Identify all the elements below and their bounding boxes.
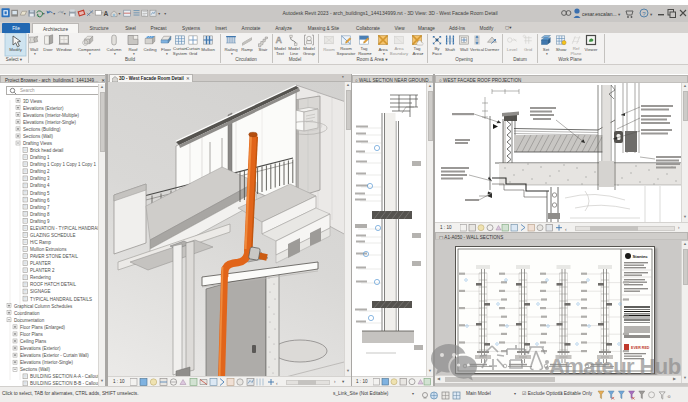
svg-text:Elevations (Exterior): Elevations (Exterior)	[20, 346, 61, 351]
svg-text:Amateur Hub: Amateur Hub	[549, 354, 681, 379]
svg-text:BUILDING SECTION A-A - Callout: BUILDING SECTION A-A - Callout	[30, 374, 98, 379]
svg-text:Brick head detail: Brick head detail	[30, 148, 63, 153]
svg-text:3D Views: 3D Views	[23, 99, 43, 104]
svg-text:Floor Plans: Floor Plans	[20, 332, 44, 337]
svg-text:Sections (Wall): Sections (Wall)	[20, 367, 51, 372]
svg-text:Elevations (Exterior - Curtain: Elevations (Exterior - Curtain Wall)	[20, 353, 89, 358]
svg-text:cesar.escalan...: cesar.escalan...	[582, 11, 617, 17]
svg-text:▾: ▾	[43, 12, 45, 16]
svg-text:A: A	[276, 35, 283, 45]
svg-text:PLANTER 2: PLANTER 2	[30, 268, 55, 273]
svg-text:Drafting 7: Drafting 7	[30, 205, 50, 210]
svg-text:Elevations (Interior-Multiple): Elevations (Interior-Multiple)	[23, 113, 80, 118]
svg-text:▾: ▾	[64, 12, 66, 16]
svg-text:Drafting 1 Copy 1 Copy 1 Copy: Drafting 1 Copy 1 Copy 1 Copy 1	[30, 162, 97, 167]
svg-text:Drafting 6: Drafting 6	[30, 198, 50, 203]
svg-text:‹: ‹	[565, 226, 567, 232]
svg-text:▾: ▾	[53, 12, 55, 16]
svg-text:▾: ▾	[650, 12, 653, 17]
svg-text:Graphical Column Schedules: Graphical Column Schedules	[14, 304, 73, 309]
svg-text:▾: ▾	[164, 12, 166, 16]
svg-text:Elevations (Interior-Single): Elevations (Interior-Single)	[20, 360, 74, 365]
svg-text:Stantec: Stantec	[633, 254, 649, 259]
svg-text:Sections (Building): Sections (Building)	[23, 127, 61, 132]
svg-text:Elevations (Exterior): Elevations (Exterior)	[23, 106, 64, 111]
svg-text:Elevations (Interior-Single): Elevations (Interior-Single)	[23, 120, 77, 125]
svg-text:A: A	[104, 10, 109, 17]
svg-text:ELEVATION - TYPICAL HANDRAIL: ELEVATION - TYPICAL HANDRAIL	[30, 226, 98, 231]
svg-text::0: :0	[667, 394, 671, 399]
svg-text:Drafting 4: Drafting 4	[30, 183, 50, 188]
svg-text:Drafting 5: Drafting 5	[30, 191, 50, 196]
svg-text:Drafting Views: Drafting Views	[23, 141, 53, 146]
svg-text:‹: ‹	[276, 380, 278, 386]
svg-text:SIGNAGE: SIGNAGE	[30, 289, 51, 294]
svg-text:PAVER STONE DETAIL: PAVER STONE DETAIL	[30, 254, 78, 259]
svg-text:Drafting 8: Drafting 8	[30, 212, 50, 217]
svg-text:▾: ▾	[618, 12, 621, 17]
svg-text:TYPICAL HANDRAIL DETAILS: TYPICAL HANDRAIL DETAILS	[30, 297, 92, 302]
svg-text:Floor Plans (Enlarged): Floor Plans (Enlarged)	[20, 325, 66, 330]
svg-text:?: ?	[642, 11, 646, 17]
svg-text:Rendering: Rendering	[30, 275, 51, 280]
svg-text:GLAZING SCHEDULE: GLAZING SCHEDULE	[30, 233, 76, 238]
svg-text:Documentation: Documentation	[14, 318, 45, 323]
svg-text:▾: ▾	[119, 12, 121, 16]
svg-text:Sections (Wall): Sections (Wall)	[23, 134, 54, 139]
svg-text:Drafting 2: Drafting 2	[30, 169, 50, 174]
svg-text:Drafting 3: Drafting 3	[30, 176, 50, 181]
svg-text:PLANTER: PLANTER	[30, 261, 52, 266]
svg-text:H/C Ramp: H/C Ramp	[30, 240, 52, 245]
svg-text:Ceiling Plans: Ceiling Plans	[20, 339, 47, 344]
svg-text:Mullion Extrusions: Mullion Extrusions	[30, 247, 67, 252]
svg-text:Drafting 9: Drafting 9	[30, 219, 50, 224]
svg-text:ROOF HATCH DETAIL: ROOF HATCH DETAIL	[30, 282, 77, 287]
svg-text:Drafting 1: Drafting 1	[30, 155, 50, 160]
svg-text:▾: ▾	[158, 12, 160, 16]
svg-text:Coordination: Coordination	[14, 311, 40, 316]
